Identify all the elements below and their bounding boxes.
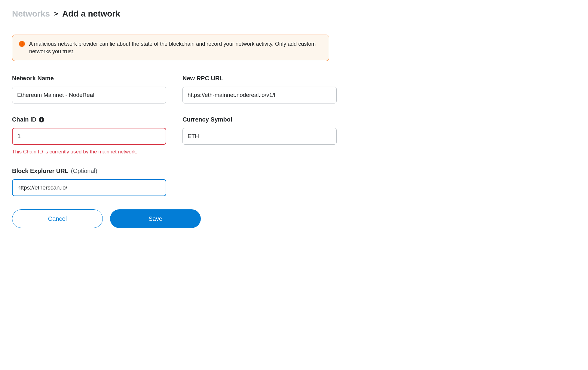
label-currency-symbol: Currency Symbol [182,116,337,123]
info-icon[interactable]: i [39,117,44,122]
field-network-name: Network Name [12,75,166,103]
currency-symbol-input[interactable] [182,128,337,145]
chevron-right-icon: > [54,10,58,18]
block-explorer-input[interactable] [12,179,166,196]
label-rpc-url: New RPC URL [182,75,337,82]
network-name-input[interactable] [12,87,166,103]
label-block-explorer-text: Block Explorer URL [12,168,69,174]
save-button[interactable]: Save [110,209,201,228]
field-block-explorer: Block Explorer URL (Optional) [12,168,166,196]
field-currency-symbol: Currency Symbol [182,116,337,155]
breadcrumb-root[interactable]: Networks [12,9,50,19]
label-block-explorer: Block Explorer URL (Optional) [12,168,166,174]
form-actions: Cancel Save [12,209,576,228]
label-block-explorer-optional: (Optional) [71,168,97,174]
chain-id-input[interactable] [12,128,166,145]
divider [12,26,576,26]
warning-banner: i A malicious network provider can lie a… [12,35,329,61]
breadcrumb-current: Add a network [62,9,120,19]
cancel-button[interactable]: Cancel [12,209,103,228]
network-form: Network Name New RPC URL Chain ID i This… [12,75,337,196]
chain-id-error: This Chain ID is currently used by the m… [12,149,166,155]
label-chain-id: Chain ID i [12,116,166,123]
label-network-name: Network Name [12,75,166,82]
warning-text: A malicious network provider can lie abo… [29,40,322,55]
field-chain-id: Chain ID i This Chain ID is currently us… [12,116,166,155]
breadcrumb: Networks > Add a network [12,9,576,19]
rpc-url-input[interactable] [182,87,337,103]
info-icon: i [19,41,25,47]
label-chain-id-text: Chain ID [12,116,36,123]
field-rpc-url: New RPC URL [182,75,337,103]
